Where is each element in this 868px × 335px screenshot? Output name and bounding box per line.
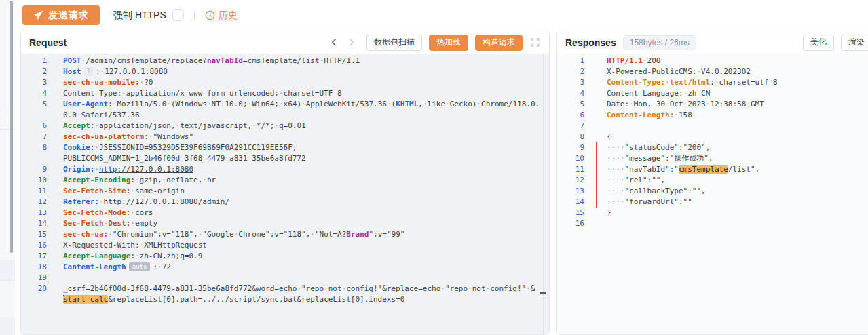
http-repeater-view: 发送请求 强制 HTTPS 历史 Request — [20, 0, 868, 335]
code-line: 1POST·/admin/cmsTemplate/replace?navTabI… — [21, 56, 549, 66]
send-request-label: 发送请求 — [48, 9, 89, 22]
code-line: 10Accept-Encoding:·gzip,·deflate,·br — [21, 175, 549, 186]
prev-request-button[interactable] — [328, 37, 340, 48]
code-line: PUBLICCMS_ADMIN=1_2b46f00d-3f68-4479-a83… — [21, 153, 549, 164]
code-line: 13Sec-Fetch-Mode:·cors — [21, 208, 549, 218]
history-label: 历史 — [219, 9, 238, 22]
request-editor[interactable]: 1POST·/admin/cmsTemplate/replace?navTabI… — [21, 54, 549, 334]
code-line: 14····"forwardUrl":"" — [557, 197, 868, 208]
sidebar-item-shade — [0, 317, 15, 335]
response-viewer: 1HTTP/1.1·2002X-Powered-PublicCMS:·V4.0.… — [557, 54, 868, 334]
send-request-button[interactable]: 发送请求 — [22, 5, 100, 25]
hot-reload-button[interactable]: 热加载 — [429, 35, 468, 51]
code-line: 2X-Powered-PublicCMS:·V4.0.202302 — [557, 66, 868, 77]
request-panel-header: Request 数据包扫描 热加载 构造请求 — [21, 31, 549, 54]
clock-icon — [205, 10, 215, 20]
build-request-button[interactable]: 构造请求 — [475, 35, 523, 51]
request-panel-title: Request — [29, 37, 67, 48]
code-line: 0.0·Safari/537.36 — [21, 110, 549, 121]
code-line: 11····"navTabId":"cmsTemplate/list", — [557, 164, 868, 175]
code-line: 7sec-ch-ua-platform:·"Windows" — [21, 132, 549, 142]
chevron-right-icon — [347, 38, 356, 47]
code-line: 12····"rel":"", — [557, 175, 868, 186]
sidebar-item-shade — [0, 260, 15, 280]
next-request-button[interactable] — [345, 37, 357, 48]
code-line: 5User-Agent:·Mozilla/5.0·(Windows·NT·10.… — [21, 99, 549, 110]
code-line: 12Referer:·http://127.0.0.1:8080/admin/ — [21, 197, 549, 208]
code-line: 8Cookie:·JSESSIONID=95329D5E39F69B69F0A2… — [21, 142, 549, 153]
code-line: 20_csrf=2b46f00d-3f68-4479-a831-35be6a8f… — [21, 283, 549, 294]
fullscreen-icon — [531, 38, 540, 47]
request-scrollbar-marker[interactable] — [540, 292, 546, 294]
force-https-label: 强制 HTTPS — [113, 9, 166, 22]
toolbar-divider — [194, 11, 195, 20]
packet-scan-button[interactable]: 数据包扫描 — [366, 35, 422, 51]
response-panel-header: Responses 158bytes / 26ms 美化 渲染 — [557, 31, 868, 54]
code-line: 8{ — [557, 132, 868, 142]
code-line: 18Content-Lengthauto:·72 — [21, 262, 549, 273]
request-panel: Request 数据包扫描 热加载 构造请求 — [20, 31, 550, 335]
force-https-checkbox[interactable] — [172, 9, 184, 21]
sidebar-scrollbar[interactable] — [10, 1, 13, 253]
toolbar: 发送请求 强制 HTTPS 历史 — [20, 0, 868, 31]
code-line: 19 — [21, 273, 549, 283]
code-line: 6Content-Length:·158 — [557, 110, 868, 121]
code-line: 15} — [557, 208, 868, 218]
left-sidebar-strip — [0, 0, 15, 335]
code-line: 3Content-Type:·text/html;·charset=utf-8 — [557, 77, 868, 88]
code-line: 14Sec-Fetch-Dest:·empty — [21, 218, 549, 229]
history-button[interactable]: 历史 — [205, 9, 238, 22]
response-panel-title: Responses — [565, 37, 616, 48]
code-line: 10····"message":"操作成功", — [557, 153, 868, 164]
sidebar-divider — [0, 280, 15, 281]
render-button[interactable]: 渲染 — [841, 35, 868, 51]
paper-plane-icon — [33, 10, 43, 20]
code-line: 4Content-Language:·zh-CN — [557, 88, 868, 99]
code-line: 5Date:·Mon,·30·Oct·2023·12:38:58·GMT — [557, 99, 868, 110]
code-line: 13····"callbackType":"", — [557, 186, 868, 197]
code-line: 16 — [557, 218, 868, 229]
code-line: 17Accept-Language:·zh-CN,zh;q=0.9 — [21, 251, 549, 262]
response-meta-badge: 158bytes / 26ms — [623, 35, 696, 50]
beautify-button[interactable]: 美化 — [803, 35, 834, 51]
code-line: start·calc&replaceList[0].path=../../scr… — [21, 294, 549, 305]
code-line: 15sec-ch-ua:·"Chromium";v="118",·"Google… — [21, 229, 549, 240]
panels-row: Request 数据包扫描 热加载 构造请求 — [20, 31, 868, 335]
chevron-left-icon — [330, 38, 339, 47]
code-line: 9Origin:·http://127.0.0.1:8080 — [21, 164, 549, 175]
code-line: 1HTTP/1.1·200 — [557, 56, 868, 66]
code-line: 16X-Requested-With:·XMLHttpRequest — [21, 240, 549, 251]
code-line: 4Content-Type:·application/x-www-form-ur… — [21, 88, 549, 99]
code-line: 9····"statusCode":"200", — [557, 142, 868, 153]
response-panel: Responses 158bytes / 26ms 美化 渲染 1HTTP/1.… — [556, 31, 868, 335]
code-line: 3sec-ch-ua-mobile:·?0 — [21, 77, 549, 88]
code-line: 6Accept:·application/json,·text/javascri… — [21, 121, 549, 132]
fullscreen-button[interactable] — [529, 37, 541, 48]
code-line: 7 — [557, 121, 868, 132]
code-line: 2Host?:·127.0.0.1:8080 — [21, 66, 549, 77]
code-line: 11Sec-Fetch-Site:·same-origin — [21, 186, 549, 197]
